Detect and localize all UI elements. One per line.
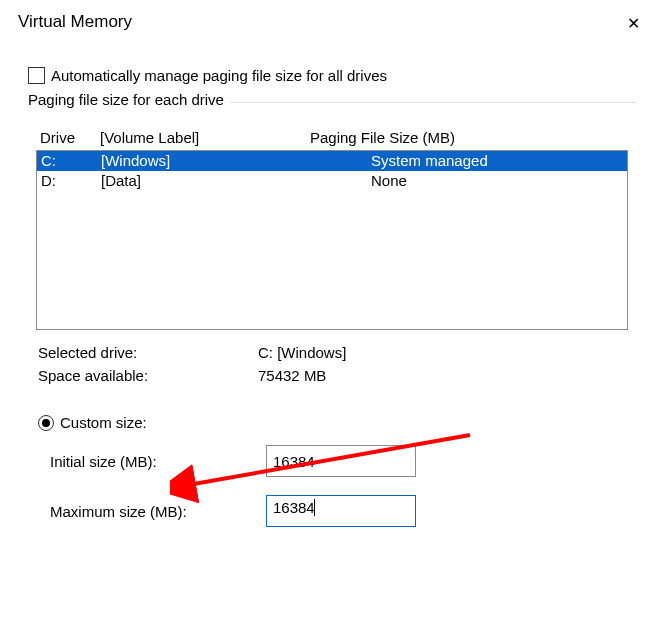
space-available-value: 75432 MB	[258, 367, 628, 384]
paging-fieldset: Paging file size for each drive Drive [V…	[28, 102, 636, 527]
drive-row[interactable]: C: [Windows] System managed	[37, 151, 627, 171]
initial-size-input[interactable]	[266, 445, 416, 477]
initial-size-label: Initial size (MB):	[50, 453, 266, 470]
auto-manage-label: Automatically manage paging file size fo…	[51, 67, 387, 84]
maximum-size-label: Maximum size (MB):	[50, 503, 266, 520]
maximum-size-input[interactable]: 16384	[266, 495, 416, 527]
dialog-title: Virtual Memory	[18, 12, 132, 32]
drive-pfs: System managed	[371, 152, 623, 169]
drive-letter: C:	[41, 152, 101, 169]
custom-size-radio[interactable]	[38, 415, 54, 431]
drive-list[interactable]: C: [Windows] System managed D: [Data] No…	[36, 150, 628, 330]
drive-label: [Windows]	[101, 152, 371, 169]
col-paging-size: Paging File Size (MB)	[310, 129, 626, 146]
selected-drive-value: C: [Windows]	[258, 344, 628, 361]
drive-row[interactable]: D: [Data] None	[37, 171, 627, 191]
col-drive: Drive	[40, 129, 100, 146]
drive-pfs: None	[371, 172, 623, 189]
space-available-label: Space available:	[38, 367, 258, 384]
close-icon[interactable]: ✕	[619, 12, 648, 35]
custom-size-radio-row[interactable]: Custom size:	[36, 414, 628, 431]
custom-size-label: Custom size:	[60, 414, 147, 431]
auto-manage-checkbox-row[interactable]: Automatically manage paging file size fo…	[28, 67, 636, 84]
col-volume-label: [Volume Label]	[100, 129, 310, 146]
fieldset-legend: Paging file size for each drive	[28, 91, 230, 108]
drive-label: [Data]	[101, 172, 371, 189]
selected-drive-label: Selected drive:	[38, 344, 258, 361]
column-headers: Drive [Volume Label] Paging File Size (M…	[36, 123, 628, 150]
drive-letter: D:	[41, 172, 101, 189]
auto-manage-checkbox[interactable]	[28, 67, 45, 84]
